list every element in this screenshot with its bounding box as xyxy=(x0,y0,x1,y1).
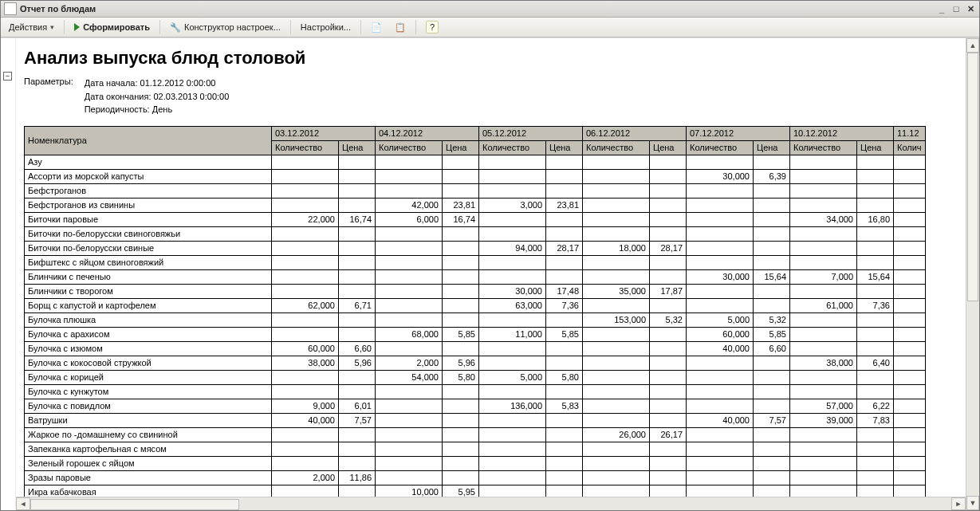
cell-qty: 63,000 xyxy=(479,298,546,312)
cell-price: 6,39 xyxy=(754,169,790,183)
cell-qty xyxy=(272,255,339,269)
cell-qty xyxy=(479,269,546,284)
horizontal-scrollbar[interactable]: ◄ ► xyxy=(16,497,966,510)
cell-price: 5,96 xyxy=(443,356,479,370)
app-icon xyxy=(4,2,17,15)
cell-price xyxy=(857,312,894,327)
cell-price xyxy=(857,341,894,356)
collapse-toggle[interactable]: − xyxy=(3,72,12,81)
table-row: Блинчики с печенью30,00015,647,00015,64 xyxy=(25,269,926,284)
cell-price xyxy=(857,183,894,198)
settings-button[interactable]: Настройки... xyxy=(296,18,356,36)
cell-qty: 6,000 xyxy=(376,212,443,226)
cell-qty xyxy=(479,312,546,327)
cell-name: Булочка с арахисом xyxy=(25,327,272,341)
toolbar: Действия Сформировать 🔧 Конструктор наст… xyxy=(1,18,979,37)
cell-qty: 94,000 xyxy=(479,241,546,255)
cell-qty xyxy=(687,470,754,485)
cell-price xyxy=(857,255,894,269)
cell-price xyxy=(754,456,790,470)
cell-price xyxy=(754,470,790,485)
cell-qty xyxy=(790,198,857,212)
cell-qty xyxy=(272,384,339,399)
cell-qty xyxy=(687,427,754,442)
generate-button[interactable]: Сформировать xyxy=(69,18,155,36)
cell-price xyxy=(754,370,790,384)
cell-qty xyxy=(790,169,857,183)
cell-price xyxy=(546,470,583,485)
cell-qty xyxy=(790,327,857,341)
cell-qty: 136,000 xyxy=(479,399,546,413)
table-scroll[interactable]: Номенклатура 03.12.2012 04.12.2012 05.12… xyxy=(16,121,966,497)
cell-price xyxy=(650,169,687,183)
cell-price: 5,96 xyxy=(339,356,376,370)
cell-price xyxy=(546,312,583,327)
vertical-scrollbar[interactable]: ▲ ▼ xyxy=(966,38,979,510)
cell-name: Булочка с корицей xyxy=(25,370,272,384)
constructor-button[interactable]: 🔧 Конструктор настроек... xyxy=(165,18,285,36)
cell-price xyxy=(754,198,790,212)
cell-price xyxy=(857,427,894,442)
cell-price xyxy=(754,384,790,399)
minimize-button[interactable]: _ xyxy=(936,4,947,14)
cell-price xyxy=(443,456,479,470)
cell-price xyxy=(443,427,479,442)
actions-dropdown[interactable]: Действия xyxy=(4,18,59,36)
scroll-right-button[interactable]: ► xyxy=(951,497,966,510)
cell-price xyxy=(339,155,376,169)
cell-qty: 30,000 xyxy=(687,169,754,183)
maximize-button[interactable]: □ xyxy=(950,4,962,14)
cell-price: 16,80 xyxy=(857,212,894,226)
cell-price: 5,32 xyxy=(650,312,687,327)
table-row: Биточки по-белорусски свиноговяжьи xyxy=(25,226,926,241)
v-scroll-thumb[interactable] xyxy=(967,53,978,301)
cell-qty xyxy=(479,183,546,198)
report-table: Номенклатура 03.12.2012 04.12.2012 05.12… xyxy=(24,126,926,497)
cell-price: 5,80 xyxy=(443,370,479,384)
cell-price xyxy=(754,212,790,226)
cell-qty xyxy=(687,155,754,169)
cell-qty xyxy=(687,226,754,241)
toolbar-action-1[interactable]: 📄 xyxy=(366,18,387,36)
report-title: Анализ выпуска блюд столовой xyxy=(24,48,961,69)
cell-qty xyxy=(790,312,857,327)
scroll-left-button[interactable]: ◄ xyxy=(16,497,30,510)
cell-qty xyxy=(687,212,754,226)
cell-qty: 54,000 xyxy=(376,370,443,384)
cell-qty xyxy=(272,370,339,384)
date-header-2: 05.12.2012 xyxy=(479,126,583,140)
cell-qty xyxy=(583,384,650,399)
cell-qty xyxy=(272,485,339,497)
cell-qty xyxy=(479,155,546,169)
cell-qty: 40,000 xyxy=(687,341,754,356)
cell-qty xyxy=(687,399,754,413)
toolbar-action-2[interactable]: 📋 xyxy=(390,18,411,36)
cell-price xyxy=(339,269,376,284)
cell-price xyxy=(650,327,687,341)
cell-price xyxy=(546,255,583,269)
cell-qty xyxy=(479,485,546,497)
scroll-up-button[interactable]: ▲ xyxy=(966,38,979,53)
cell-price xyxy=(443,269,479,284)
cell-qty: 3,000 xyxy=(479,198,546,212)
date-header-1: 04.12.2012 xyxy=(376,126,479,140)
cell-price xyxy=(650,470,687,485)
cell-qty xyxy=(272,155,339,169)
cell-qty xyxy=(272,198,339,212)
scroll-down-button[interactable]: ▼ xyxy=(966,496,979,510)
table-row: Зеленый горошек с яйцом xyxy=(25,456,926,470)
cell-price: 7,83 xyxy=(857,413,894,427)
table-row: Ватрушки40,0007,5740,0007,5739,0007,83 xyxy=(25,413,926,427)
cell-qty xyxy=(272,183,339,198)
wrench-icon: 🔧 xyxy=(170,22,181,33)
close-button[interactable]: ✕ xyxy=(965,4,976,14)
cell-qty xyxy=(376,155,443,169)
cell-qty xyxy=(272,327,339,341)
cell-qty xyxy=(583,413,650,427)
cell-qty: 26,000 xyxy=(583,427,650,442)
h-scroll-thumb[interactable] xyxy=(30,499,239,510)
cell-qty: 153,000 xyxy=(583,312,650,327)
cell-qty: 7,000 xyxy=(790,269,857,284)
cell-price xyxy=(754,155,790,169)
help-button[interactable]: ? xyxy=(421,18,443,36)
